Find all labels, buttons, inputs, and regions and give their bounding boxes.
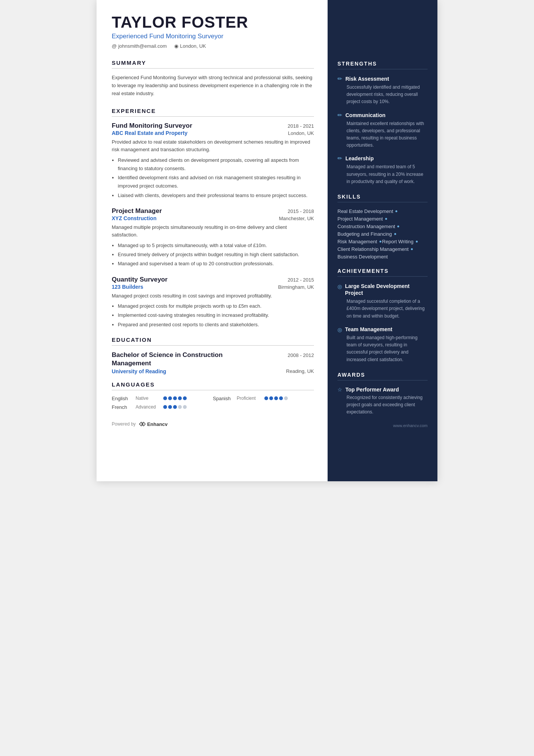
strength-3-icon: ✏ bbox=[337, 155, 342, 162]
skill-2: Project Management bbox=[337, 216, 428, 222]
strength-1-desc: Successfully identified and mitigated de… bbox=[337, 84, 428, 106]
strength-2: ✏ Communication Maintained excellent rel… bbox=[337, 112, 428, 149]
education-section-title: EDUCATION bbox=[112, 337, 314, 343]
job-1-title: Fund Monitoring Surveyor bbox=[112, 122, 192, 130]
dot bbox=[168, 396, 172, 400]
job-2-location: Manchester, UK bbox=[279, 216, 314, 221]
skill-dot bbox=[411, 248, 413, 250]
job-3-company: 123 Builders bbox=[112, 284, 143, 290]
dot bbox=[173, 396, 177, 400]
header-contact: @ johnsmith@email.com ◉ London, UK bbox=[112, 43, 314, 49]
lang-english: English Native bbox=[112, 396, 213, 401]
list-item: Reviewed and advised clients on developm… bbox=[118, 156, 314, 173]
enhancv-logo-icon bbox=[139, 421, 145, 427]
achievements-divider bbox=[337, 276, 428, 277]
strengths-divider bbox=[337, 69, 428, 69]
list-item: Liaised with clients, developers and the… bbox=[118, 191, 314, 200]
strength-1-name: Risk Assessment bbox=[345, 76, 389, 82]
email-contact: @ johnsmith@email.com bbox=[112, 43, 167, 49]
job-2-desc: Managed multiple projects simultaneously… bbox=[112, 224, 314, 239]
achievement-2-icon: ◎ bbox=[337, 327, 342, 333]
right-footer: www.enhancv.com bbox=[337, 423, 428, 428]
languages-section-title: LANGUAGES bbox=[112, 381, 314, 388]
job-3-desc: Managed project costs resulting in cost … bbox=[112, 292, 314, 300]
languages-divider bbox=[112, 390, 314, 390]
dot bbox=[168, 405, 172, 409]
list-item: Identified development risks and advised… bbox=[118, 174, 314, 190]
job-3-dates: 2012 - 2015 bbox=[288, 277, 314, 283]
enhancv-logo: Enhancv bbox=[139, 421, 167, 427]
location-icon: ◉ bbox=[174, 43, 178, 49]
candidate-name: TAYLOR FOSTER bbox=[112, 14, 314, 31]
job-3-title: Quantity Surveyor bbox=[112, 276, 167, 283]
job-2-company: XYZ Construction bbox=[112, 215, 156, 221]
experience-section-title: EXPERIENCE bbox=[112, 108, 314, 114]
lang-french-level: Advanced bbox=[136, 404, 160, 410]
job-1: Fund Monitoring Surveyor 2018 - 2021 ABC… bbox=[112, 122, 314, 200]
job-2-title: Project Manager bbox=[112, 207, 162, 215]
achievements-section-title: ACHIEVEMENTS bbox=[337, 268, 428, 274]
skill-dot bbox=[397, 225, 399, 227]
dot bbox=[178, 405, 182, 409]
experience-divider bbox=[112, 116, 314, 117]
list-item: Managed up to 5 projects simultaneously,… bbox=[118, 241, 314, 250]
achievement-2: ◎ Team Management Built and managed high… bbox=[337, 326, 428, 363]
lang-english-level: Native bbox=[136, 396, 160, 401]
lang-spanish-dots bbox=[264, 396, 288, 400]
skill-3: Construction Management bbox=[337, 224, 428, 229]
achievement-1-name: Large Scale Development Project bbox=[345, 283, 428, 296]
summary-text: Experienced Fund Monitoring Surveyor wit… bbox=[112, 74, 314, 97]
dot bbox=[183, 405, 187, 409]
skill-dot bbox=[394, 233, 396, 235]
achievement-1-desc: Managed successful completion of a £400m… bbox=[337, 298, 428, 320]
lang-spanish-name: Spanish bbox=[213, 396, 234, 401]
list-item: Managed and supervised a team of up to 2… bbox=[118, 260, 314, 268]
summary-divider bbox=[112, 68, 314, 69]
dot bbox=[274, 396, 278, 400]
lang-english-name: English bbox=[112, 396, 133, 401]
dot bbox=[284, 396, 288, 400]
header: TAYLOR FOSTER Experienced Fund Monitorin… bbox=[112, 14, 314, 49]
achievement-2-desc: Built and managed high-performing team o… bbox=[337, 334, 428, 363]
award-1-name: Top Performer Award bbox=[345, 387, 399, 393]
job-1-dates: 2018 - 2021 bbox=[288, 123, 314, 129]
lang-french-name: French bbox=[112, 404, 133, 410]
skill-4: Budgeting and Financing bbox=[337, 231, 428, 237]
skill-1: Real Estate Development bbox=[337, 208, 428, 214]
dot bbox=[163, 405, 167, 409]
skill-dot bbox=[385, 218, 387, 220]
job-2-dates: 2015 - 2018 bbox=[288, 208, 314, 214]
award-1: ☆ Top Performer Award Recognized for con… bbox=[337, 387, 428, 416]
strength-1: ✏ Risk Assessment Successfully identifie… bbox=[337, 75, 428, 106]
location-contact: ◉ London, UK bbox=[174, 43, 206, 49]
strength-3-desc: Managed and mentored team of 5 surveyors… bbox=[337, 163, 428, 185]
job-2: Project Manager 2015 - 2018 XYZ Construc… bbox=[112, 207, 314, 268]
powered-by-label: Powered by bbox=[112, 421, 136, 427]
strength-3-name: Leadership bbox=[345, 155, 374, 161]
dot bbox=[269, 396, 273, 400]
languages-grid: English Native Spanish Proficient bbox=[112, 396, 314, 410]
job-1-desc: Provided advice to real estate stakehold… bbox=[112, 138, 314, 154]
strength-2-desc: Maintained excellent relationships with … bbox=[337, 120, 428, 149]
job-1-company: ABC Real Estate and Property bbox=[112, 130, 187, 136]
job-3: Quantity Surveyor 2012 - 2015 123 Builde… bbox=[112, 276, 314, 329]
edu-1-location: Reading, UK bbox=[286, 368, 314, 374]
edu-1-school: University of Reading bbox=[112, 368, 166, 374]
dot bbox=[173, 405, 177, 409]
list-item: Prepared and presented cost reports to c… bbox=[118, 321, 314, 329]
award-1-icon: ☆ bbox=[337, 387, 342, 393]
job-2-bullets: Managed up to 5 projects simultaneously,… bbox=[112, 241, 314, 268]
skill-dot bbox=[395, 210, 397, 212]
email-icon: @ bbox=[112, 43, 117, 49]
list-item: Ensured timely delivery of projects with… bbox=[118, 250, 314, 259]
dot bbox=[279, 396, 283, 400]
awards-divider bbox=[337, 380, 428, 380]
lang-english-dots bbox=[163, 396, 187, 400]
job-1-location: London, UK bbox=[288, 130, 314, 136]
candidate-title: Experienced Fund Monitoring Surveyor bbox=[112, 33, 314, 40]
education-divider bbox=[112, 345, 314, 346]
skill-6: Client Relationship Management bbox=[337, 246, 428, 252]
resume-container: TAYLOR FOSTER Experienced Fund Monitorin… bbox=[97, 0, 437, 481]
lang-spanish-level: Proficient bbox=[237, 396, 261, 401]
edu-1-dates: 2008 - 2012 bbox=[288, 352, 314, 358]
